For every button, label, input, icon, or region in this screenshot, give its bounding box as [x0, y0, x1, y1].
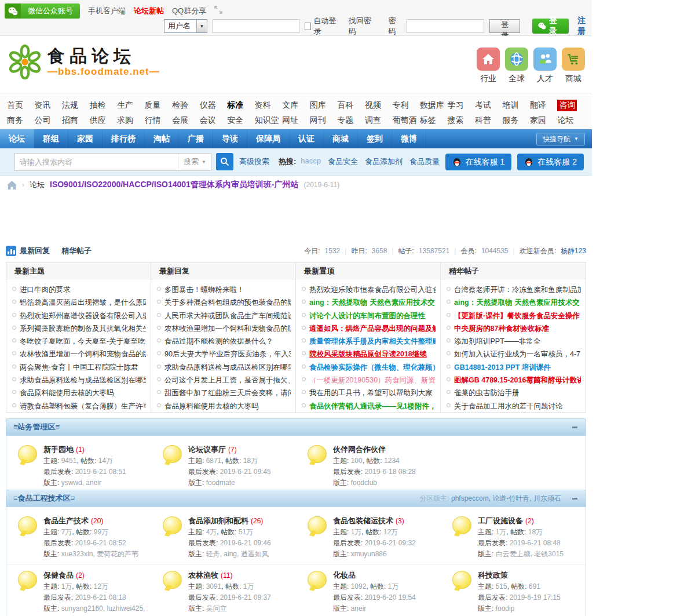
portal-link-行业[interactable]: 行业 [475, 48, 501, 84]
menu-item-论坛[interactable]: 论坛 [0, 129, 34, 148]
post-link[interactable]: 农林牧渔里增加一个饲料和宠物食品的版 [12, 348, 146, 360]
post-link[interactable]: 食品检验实际操作（微生物、理化兼顾） [302, 361, 436, 374]
online-service-1-button[interactable]: 在线客服 1 [445, 154, 512, 170]
forum-title-link[interactable]: 食品包装储运技术 [333, 516, 393, 525]
forum-title-link[interactable]: 农林渔牧 [188, 571, 218, 579]
forum-title-link[interactable]: 工厂设施设备 [478, 516, 523, 525]
moderator-names[interactable]: 轻舟, aing, 逍遥如风 [206, 550, 269, 558]
hot-link-食品质量[interactable]: 食品质量 [409, 156, 440, 167]
moderator-names[interactable]: foodclub [351, 479, 377, 487]
auto-login-checkbox[interactable] [305, 23, 312, 30]
post-link[interactable]: 如何加入认证行业成为一名审核员，4-7 [447, 348, 581, 360]
post-link[interactable]: 求助食品原料送检与成品送检区别在哪里 [157, 361, 291, 374]
menu-item-认证[interactable]: 认证 [290, 129, 324, 148]
forum-title-link[interactable]: 保健食品 [43, 571, 74, 579]
nav-item-招商[interactable]: 招商 [62, 115, 90, 126]
post-link[interactable]: 热烈欢迎郑州嘉谱仪器设备有限公司入驻 [12, 309, 146, 322]
lastpost-value[interactable]: 2019-6-21 09:46 [220, 539, 271, 547]
portal-link-全球[interactable]: 全球 [504, 48, 529, 84]
lastpost-value[interactable]: 2019-6-21 08:51 [75, 468, 126, 476]
menu-item-微博[interactable]: 微博 [392, 129, 426, 148]
nav-item-百科[interactable]: 百科 [337, 100, 365, 111]
nav-item-供应[interactable]: 供应 [90, 115, 118, 126]
post-link[interactable]: 请教食品塑料包装（复合薄膜）生产许可 [12, 400, 146, 412]
nav-item-家园[interactable]: 家园 [530, 115, 558, 126]
hot-link-haccp[interactable]: haccp [301, 156, 321, 167]
nav-item-学习[interactable]: 学习 [447, 100, 475, 111]
tab-digest-posts[interactable]: 精华帖子 [61, 246, 92, 256]
site-logo[interactable]: 食品论坛 —bbs.foodmate.net— [7, 44, 160, 80]
nav-item-图库[interactable]: 图库 [310, 100, 338, 111]
post-link[interactable]: 【更新版-课件】餐饮服务食品安全操作 [447, 309, 581, 322]
nav-item-数据库[interactable]: 数据库 [420, 100, 448, 111]
search-type-select[interactable]: 搜索 ▼ [178, 154, 211, 170]
nav-item-质量[interactable]: 质量 [145, 100, 173, 111]
lastpost-value[interactable]: 2019-6-19 17:15 [510, 593, 561, 602]
post-link[interactable]: 冬吃饺子夏吃面，今天夏至-关于夏至吃 [12, 335, 146, 348]
nav-item-标准[interactable]: 标准 [227, 100, 255, 111]
post-link[interactable]: 台湾蔡老师开讲：冷冻鱼糜和鱼糜制品加 [447, 283, 581, 296]
username-input[interactable] [213, 19, 299, 33]
advanced-search-link[interactable]: 高级搜索 [239, 156, 269, 167]
post-link[interactable]: 两会聚焦·食育丨中国工程院院士陈君 [12, 361, 146, 374]
login-type-select[interactable]: 用户名 ▼ [164, 19, 207, 33]
post-link[interactable]: 公司这个月发上月工资，是否属于拖欠、 [157, 374, 291, 387]
moderator-names[interactable]: foodip [496, 604, 515, 613]
lastpost-value[interactable]: 2019-6-21 09:45 [220, 468, 271, 476]
nav-item-仪器[interactable]: 仪器 [200, 100, 228, 111]
wechat-account-button[interactable]: 微信公众账号 [5, 3, 80, 19]
post-link[interactable]: 食品原料能使用去核的大枣吗 [12, 387, 146, 399]
lastpost-value[interactable]: 2019-6-20 19:54 [365, 593, 416, 602]
lastpost-value[interactable]: 2019-6-21 08:48 [510, 539, 561, 547]
nav-item-商务[interactable]: 商务 [7, 115, 35, 126]
lastpost-value[interactable]: 2019-6-21 08:52 [75, 539, 126, 547]
post-link[interactable]: 食品过期不能检测的依据是什么？ [157, 335, 291, 348]
nav-item-会展[interactable]: 会展 [172, 115, 200, 126]
post-link[interactable]: 质量管理体系手册及内审相关文件整理贴 [302, 335, 436, 348]
post-link[interactable]: 多图暴击！螺蛳粉来啦！ [157, 283, 291, 296]
breadcrumb-forum-link[interactable]: 论坛 [30, 180, 45, 190]
nav-item-生产[interactable]: 生产 [117, 100, 145, 111]
moderator-names[interactable]: aneir [351, 604, 367, 613]
nav-item-资讯[interactable]: 资讯 [35, 100, 63, 111]
nav-item-检验[interactable]: 检验 [172, 100, 200, 111]
post-link[interactable]: 铝箔袋高温灭菌后出现褶皱，是什么原因 [12, 296, 146, 309]
nav-item-调查[interactable]: 调查 [365, 115, 393, 126]
nav-item-会议[interactable]: 会议 [200, 115, 228, 126]
post-link[interactable]: 院校风采版块精品原创导读2018继续 [302, 348, 436, 360]
tab-latest-replies[interactable]: 最新回复 [20, 246, 50, 256]
menu-item-导读[interactable]: 导读 [213, 129, 247, 148]
nav-item-抽检[interactable]: 抽检 [90, 100, 118, 111]
login-button[interactable]: 登录 [489, 19, 520, 33]
lastpost-value[interactable]: 2019-6-18 08:28 [365, 468, 416, 476]
post-link[interactable]: 系列褐藻胶寡糖的制备及其抗氧化相关生 [12, 322, 146, 335]
moderator-names[interactable]: xmuyun886 [351, 550, 387, 558]
nav-item-专题[interactable]: 专题 [337, 115, 365, 126]
post-link[interactable]: 热烈欢迎乐陵市恒泰食品有限公司入驻食 [302, 283, 436, 296]
nav-item-行情[interactable]: 行情 [145, 115, 173, 126]
nav-item-安全[interactable]: 安全 [227, 115, 255, 126]
forum-title-link[interactable]: 食品生产技术 [43, 516, 89, 525]
post-link[interactable]: 食品伙伴营销人通讯录——见1楼附件， [302, 400, 436, 412]
home-icon[interactable] [7, 181, 17, 189]
nav-item-服务[interactable]: 服务 [502, 115, 530, 126]
forum-title-link[interactable]: 科技政策 [478, 571, 508, 579]
nav-item-资料[interactable]: 资料 [255, 100, 283, 111]
menu-item-淘帖[interactable]: 淘帖 [145, 129, 179, 148]
wechat-login-button[interactable]: 登录 [532, 19, 569, 34]
collapse-button[interactable] [570, 423, 579, 431]
nav-item-网刊[interactable]: 网刊 [310, 115, 338, 126]
nav-item-搜索[interactable]: 搜索 [447, 115, 475, 126]
nav-item-标签[interactable]: 标签 [420, 115, 448, 126]
quick-nav-dropdown[interactable]: 快捷导航▼ [536, 133, 585, 145]
nav-item-专利[interactable]: 专利 [392, 100, 420, 111]
qq-group-share-link[interactable]: QQ群分享 [172, 6, 206, 16]
nav-item-公司[interactable]: 公司 [35, 115, 63, 126]
post-link[interactable]: 讨论个人设计的车间布置图的合理性 [302, 309, 436, 322]
forum-title-link[interactable]: 新手园地 [43, 445, 74, 454]
post-link[interactable]: 食品原料能使用去核的大枣吗 [157, 400, 291, 412]
register-link[interactable]: 注册 [577, 16, 592, 37]
portal-link-人才[interactable]: 人才 [532, 48, 558, 84]
nav-item-网址[interactable]: 网址 [282, 115, 310, 126]
post-link[interactable]: 关于食品加工用水的若干问题讨论 [447, 400, 581, 412]
